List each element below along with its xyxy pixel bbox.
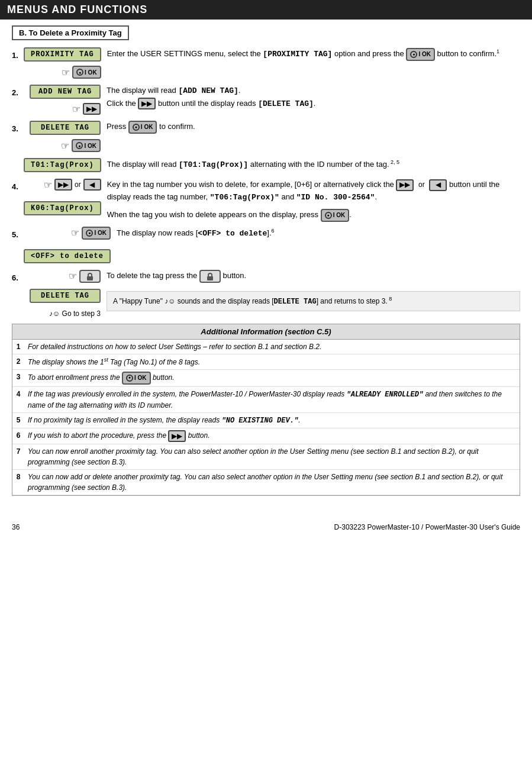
ok-circle-inline-4: ● (325, 212, 332, 219)
ok-label-inline-1: I OK (418, 50, 431, 59)
step-4-k06-display: K06:Tag(Prox) (24, 201, 101, 215)
ok-circle-icon: ● (76, 69, 83, 76)
ok-label-fn3: I OK (134, 373, 147, 382)
step-6: 6. ☞ To delete the tag press the (12, 270, 520, 284)
arrow-forward-button-4[interactable]: ▶▶ (54, 179, 72, 191)
step-t01-num (12, 158, 24, 174)
menu-option-1: [PROXIMITY TAG] (263, 50, 332, 59)
step-1-number: 1. (12, 47, 24, 80)
ok-label-inline-4: I OK (333, 211, 346, 220)
or-inline-4: or (418, 179, 425, 191)
ok-button-inline-4[interactable]: ● I OK (321, 209, 350, 222)
step-4: 4. ☞ ▶▶ or ◀ K06:Tag(Prox) Key in the ta… (12, 179, 520, 222)
or-text-4: or (75, 180, 81, 189)
fn-text-6: If you wish to abort the procedure, pres… (24, 428, 520, 444)
t01-display: T01:Tag(Prox) (24, 158, 101, 172)
t06-mono: "T06:Tag(Prox)" (210, 193, 279, 202)
step-1-btn-row: ☞ ● I OK (62, 66, 101, 79)
section-title: B. To Delete a Proximity Tag (12, 25, 129, 40)
fn-text-4: If the tag was previously enrolled in th… (24, 386, 520, 412)
step-5-number: 5. (12, 227, 24, 265)
additional-info-header: Additional Information (section C.5) (12, 324, 520, 340)
hand-icon-2: ☞ (72, 104, 80, 115)
lock-button-inline-6[interactable] (199, 270, 221, 283)
step-1-text: Enter the USER SETTINGS menu, select the… (107, 47, 520, 80)
fn-num-7: 7 (12, 444, 24, 469)
ok-button-inline-1[interactable]: ● I OK (406, 48, 435, 61)
footnotes-table: 1 For detailed instructions on how to se… (12, 340, 520, 495)
step-6-text: To delete the tag press the button. (107, 270, 520, 284)
step-3: 3. DELETE TAG ☞ ● I OK Press ● I OK to c… (12, 121, 520, 153)
final-delete-display: DELETE TAG (30, 289, 101, 303)
lock-icon-inline (205, 272, 215, 280)
arrow-fwd-inline-4[interactable]: ▶▶ (396, 179, 414, 191)
fn-text-3: To abort enrollment press the ● I OK but… (24, 369, 520, 386)
ok-button-5[interactable]: ● I OK (82, 227, 111, 240)
footnote-row-8: 8 You can now add or delete another prox… (12, 469, 520, 495)
step-6-btn-row: ☞ (69, 270, 101, 283)
ok-circle-icon-inline-1: ● (410, 51, 417, 58)
arrow-btn-inline-2[interactable]: ▶▶ (138, 98, 156, 109)
ok-label-1: I OK (85, 69, 97, 76)
header-title: MENUS AND FUNCTIONS (7, 4, 147, 15)
footnote-6: 6 (272, 228, 275, 234)
hand-icon-5: ☞ (71, 227, 79, 238)
hand-icon-1: ☞ (62, 67, 70, 78)
fn-num-8: 8 (12, 469, 24, 495)
footnote-row-3: 3 To abort enrollment press the ● I OK b… (12, 369, 520, 386)
step-1-display: PROXIMITY TAG (24, 47, 101, 62)
ok-label-inline-3: I OK (141, 122, 153, 132)
final-delete-tag-display: DELETE TAG (30, 289, 101, 303)
step-3-text: Press ● I OK to confirm. (107, 121, 520, 153)
step-2-icons: ADD NEW TAG ☞ ▶▶ (24, 85, 107, 116)
footnote-row-1: 1 For detailed instructions on how to se… (12, 340, 520, 354)
fn-num-6: 6 (12, 428, 24, 444)
proximity-tag-display: PROXIMITY TAG (24, 47, 101, 62)
lock-icon (85, 272, 95, 280)
fn-text-8: You can now add or delete another proxim… (24, 469, 520, 495)
footnote-25: 2, 5 (389, 159, 400, 165)
arrow-back-button-4[interactable]: ◀ (83, 179, 101, 191)
page-number: 36 (12, 523, 20, 531)
arrow-back-inline-4[interactable]: ◀ (429, 179, 447, 191)
arrow-btn-fn6[interactable]: ▶▶ (168, 430, 186, 442)
ok-button-fn3[interactable]: ● I OK (122, 372, 151, 385)
step-3-number: 3. (12, 121, 24, 153)
ok-button-3[interactable]: ● I OK (72, 139, 101, 152)
svg-rect-0 (87, 276, 93, 280)
step-2-btn-row: ☞ ▶▶ (72, 103, 101, 115)
fn-text-1: For detailed instructions on how to sele… (24, 340, 520, 354)
arrow-forward-button-2[interactable]: ▶▶ (83, 103, 101, 115)
ok-button-inline-3[interactable]: ● I OK (128, 121, 157, 134)
hand-icon-3: ☞ (61, 140, 69, 151)
ok-button-1[interactable]: ● I OK (72, 66, 101, 79)
happy-tune-box: A "Happy Tune" ♪☺ sounds and the display… (107, 291, 520, 311)
page-footer: 36 D-303223 PowerMaster-10 / PowerMaster… (0, 520, 532, 535)
hand-icon-6: ☞ (69, 270, 77, 282)
footnote-1: 1 (496, 49, 499, 54)
step-final-icons: DELETE TAG ♪☺ Go to step 3 (24, 289, 107, 318)
step-4-number: 4. (12, 179, 24, 222)
fn-text-5: If no proximity tag is enrolled in the s… (24, 412, 520, 428)
step-6-icons: ☞ (24, 270, 107, 284)
fn-text-2: The display shows the 1st Tag (Tag No.1)… (24, 354, 520, 369)
add-new-tag-mono: [ADD NEW TAG] (178, 86, 238, 95)
footnote-8: 8 (388, 296, 392, 302)
step-4-icons: ☞ ▶▶ or ◀ K06:Tag(Prox) (24, 179, 107, 222)
hand-icon-4: ☞ (44, 179, 52, 191)
off-to-delete-display: <OFF> to delete (24, 249, 111, 263)
doc-title: D-303223 PowerMaster-10 / PowerMaster-30… (334, 523, 520, 531)
step-4-btn-row: ☞ ▶▶ or ◀ (44, 179, 101, 191)
ok-circle-3: ● (76, 142, 83, 149)
t01-tag-display: T01:Tag(Prox) (24, 158, 101, 172)
svg-rect-1 (207, 276, 213, 280)
step-5-off-display: <OFF> to delete (24, 249, 111, 263)
step-2: 2. ADD NEW TAG ☞ ▶▶ The display will rea… (12, 85, 520, 116)
lock-button-6[interactable] (79, 270, 101, 283)
step-final: DELETE TAG ♪☺ Go to step 3 A "Happy Tune… (12, 289, 520, 318)
page-content: B. To Delete a Proximity Tag 1. PROXIMIT… (0, 20, 532, 508)
step-1: 1. PROXIMITY TAG ☞ ● I OK Enter the USER… (12, 47, 520, 80)
step-final-text: A "Happy Tune" ♪☺ sounds and the display… (107, 289, 520, 318)
fn-num-2: 2 (12, 354, 24, 369)
ok-label-5: I OK (94, 230, 107, 236)
